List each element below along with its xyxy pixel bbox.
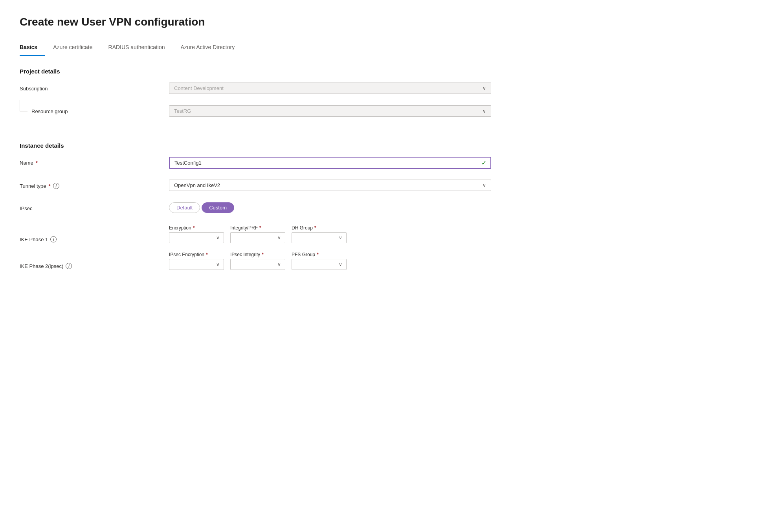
integrity-prf-dropdown[interactable]: ∨: [230, 232, 285, 243]
tunnel-type-chevron-icon: ∨: [483, 183, 486, 188]
ipsec-integrity-required: *: [262, 252, 264, 257]
ipsec-encryption-dropdown[interactable]: ∨: [169, 259, 224, 270]
ike-phase2-label: IKE Phase 2(ipsec) i: [20, 252, 169, 269]
subscription-control: Content Development ∨: [169, 83, 491, 94]
ipsec-encryption-label: IPsec Encryption *: [169, 252, 224, 257]
name-label: Name *: [20, 157, 169, 166]
pfs-group-field: PFS Group * ∨: [292, 252, 347, 270]
name-row: Name * ✓: [20, 157, 738, 171]
resource-group-label-wrap: Resource group: [20, 105, 169, 114]
subscription-chevron-icon: ∨: [483, 86, 486, 91]
tunnel-type-value: OpenVpn and IkeV2: [174, 182, 220, 188]
resource-group-value: TestRG: [174, 108, 191, 114]
encryption-chevron-icon: ∨: [216, 235, 220, 240]
subscription-row: Subscription Content Development ∨: [20, 83, 738, 97]
ipsec-row: IPsec Default Custom: [20, 202, 738, 216]
tunnel-type-info-icon[interactable]: i: [53, 183, 59, 189]
ipsec-integrity-chevron-icon: ∨: [277, 262, 281, 267]
ipsec-encryption-chevron-icon: ∨: [216, 262, 220, 267]
name-required-indicator: *: [36, 160, 38, 166]
tab-basics[interactable]: Basics: [20, 40, 45, 56]
pfs-group-dropdown[interactable]: ∨: [292, 259, 347, 270]
ike-phase1-info-icon[interactable]: i: [50, 236, 57, 242]
project-details-heading: Project details: [20, 68, 738, 75]
ike-phase2-info-icon[interactable]: i: [66, 263, 72, 269]
integrity-prf-label: Integrity/PRF *: [230, 225, 285, 231]
ike-phase1-row: IKE Phase 1 i Encryption * ∨ Integrity/P…: [20, 225, 738, 243]
resource-group-row: Resource group TestRG ∨: [20, 105, 738, 119]
dh-group-label: DH Group *: [292, 225, 347, 231]
ipsec-encryption-required: *: [206, 252, 208, 257]
resource-group-chevron-icon: ∨: [483, 108, 486, 114]
encryption-required: *: [193, 225, 195, 231]
tab-azure-certificate[interactable]: Azure certificate: [53, 40, 100, 56]
ipsec-integrity-label: IPsec Integrity *: [230, 252, 285, 257]
dh-group-dropdown[interactable]: ∨: [292, 232, 347, 243]
name-input[interactable]: [170, 158, 481, 168]
ipsec-integrity-dropdown[interactable]: ∨: [230, 259, 285, 270]
name-control: ✓: [169, 157, 491, 169]
ike-phase2-fields: IPsec Encryption * ∨ IPsec Integrity * ∨…: [169, 252, 738, 270]
ipsec-label: IPsec: [20, 202, 169, 211]
integrity-prf-required: *: [259, 225, 261, 231]
encryption-dropdown[interactable]: ∨: [169, 232, 224, 243]
pfs-group-required: *: [317, 252, 319, 257]
tab-azure-active-directory[interactable]: Azure Active Directory: [181, 40, 243, 56]
tunnel-type-required-indicator: *: [48, 183, 50, 189]
subscription-dropdown[interactable]: Content Development ∨: [169, 83, 491, 94]
ipsec-control: Default Custom: [169, 202, 491, 213]
pfs-group-label: PFS Group *: [292, 252, 347, 257]
tunnel-type-control: OpenVpn and IkeV2 ∨: [169, 180, 491, 191]
ike-phase1-label: IKE Phase 1 i: [20, 225, 169, 242]
ipsec-default-button[interactable]: Default: [169, 202, 200, 213]
subscription-label: Subscription: [20, 83, 169, 92]
dh-group-required: *: [314, 225, 316, 231]
pfs-group-chevron-icon: ∨: [339, 262, 342, 267]
tab-bar: Basics Azure certificate RADIUS authenti…: [20, 40, 738, 56]
tunnel-type-row: Tunnel type * i OpenVpn and IkeV2 ∨: [20, 180, 738, 194]
tab-radius-authentication[interactable]: RADIUS authentication: [108, 40, 173, 56]
tunnel-type-label: Tunnel type * i: [20, 180, 169, 189]
page-title: Create new User VPN configuration: [20, 16, 738, 28]
ike-phase2-row: IKE Phase 2(ipsec) i IPsec Encryption * …: [20, 252, 738, 270]
ipsec-integrity-field: IPsec Integrity * ∨: [230, 252, 285, 270]
dh-group-chevron-icon: ∨: [339, 235, 342, 240]
tunnel-type-dropdown[interactable]: OpenVpn and IkeV2 ∨: [169, 180, 491, 191]
resource-group-label: Resource group: [31, 108, 68, 114]
ipsec-custom-button[interactable]: Custom: [202, 202, 234, 213]
subscription-value: Content Development: [174, 85, 224, 91]
encryption-label: Encryption *: [169, 225, 224, 231]
resource-group-control: TestRG ∨: [169, 105, 491, 117]
integrity-prf-field: Integrity/PRF * ∨: [230, 225, 285, 243]
name-check-icon: ✓: [481, 159, 490, 167]
ipsec-toggle-group: Default Custom: [169, 202, 491, 213]
ipsec-encryption-field: IPsec Encryption * ∨: [169, 252, 224, 270]
encryption-field: Encryption * ∨: [169, 225, 224, 243]
integrity-prf-chevron-icon: ∨: [277, 235, 281, 240]
ike-phase1-fields: Encryption * ∨ Integrity/PRF * ∨ DH Grou…: [169, 225, 738, 243]
name-input-wrap: ✓: [169, 157, 491, 169]
instance-details-heading: Instance details: [20, 142, 738, 149]
resource-group-dropdown[interactable]: TestRG ∨: [169, 105, 491, 117]
dh-group-field: DH Group * ∨: [292, 225, 347, 243]
